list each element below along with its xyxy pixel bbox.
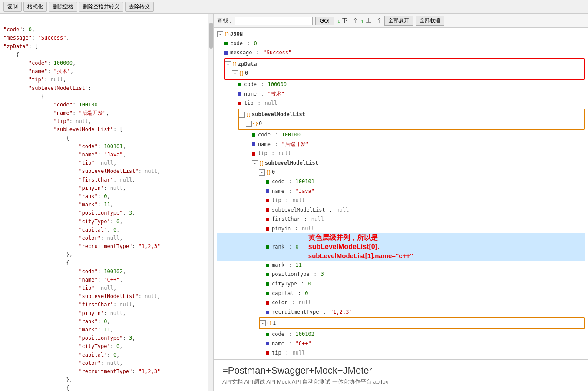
green-sq-icon [266, 292, 269, 295]
zpdata-0-toggle[interactable]: - [232, 70, 238, 76]
tree-node-java-name: name : "Java" [217, 187, 585, 196]
key-java-tip: tip [272, 196, 281, 205]
main-area: "code": 0, "message": "Success", "zpData… [0, 14, 588, 391]
key-java-sublevel: subLevelModelList [272, 205, 325, 215]
val-java-firstchar: null [311, 215, 324, 224]
key-inner-sublevel: subLevelModelList [265, 159, 318, 168]
val-java-name: "Java" [296, 187, 314, 196]
format-button[interactable]: 格式化 [23, 2, 47, 12]
green-sq-icon [238, 83, 241, 86]
inner-0-obj-icon: {} [266, 169, 271, 176]
tree-node-message: message : "Success" [217, 48, 585, 58]
val-cpp-code: 100102 [296, 330, 314, 339]
remove-spaces-escape-button[interactable]: 删除空格并转义 [79, 2, 123, 12]
tree-node-java-color: color : null [217, 298, 585, 308]
unescape-button[interactable]: 去除转义 [125, 2, 154, 12]
zpdata-highlight: - [] zpData - {} 0 [224, 58, 585, 80]
blue-sq-icon [266, 189, 269, 193]
key-sublevel-0: 0 [259, 119, 262, 129]
next-nav[interactable]: ↓ 下一个 [337, 17, 358, 24]
val-cpp-name: "C++" [296, 339, 311, 349]
green-sq-icon [266, 282, 269, 286]
blue-sq-icon [266, 342, 269, 345]
key-cpp-name: name [272, 339, 284, 349]
red-sq-icon [238, 102, 241, 105]
copy-button[interactable]: 复制 [3, 2, 22, 12]
sublevel-0-obj-icon: {} [253, 120, 258, 128]
key-sl-name: name [258, 140, 271, 149]
sublevel-toggle[interactable]: - [239, 112, 245, 118]
val-java-color: null [299, 298, 311, 308]
tree-node-cpp-tip: tip : null [217, 348, 585, 358]
tree-node-inner-sublevel: - [] subLevelModelList [217, 159, 585, 168]
val-java-citytype: 0 [308, 279, 311, 289]
red-sq-icon [266, 351, 269, 355]
key-sublevel: subLevelModelList [252, 110, 305, 119]
search-label: 查找: [217, 17, 232, 25]
key-inner-0: 0 [272, 168, 275, 177]
tree-node-java-tip: tip : null [217, 196, 585, 205]
expand-all-button[interactable]: 全部展开 [384, 16, 413, 26]
key-zpdata-0: 0 [245, 69, 248, 78]
tree-node-java-code: code : 100101 [217, 177, 585, 187]
val-sl-code: 100100 [282, 130, 301, 140]
sublevel-highlight: - [] subLevelModelList - {} 0 [238, 109, 585, 130]
green-sq-icon [266, 333, 269, 336]
red-sq-icon [266, 301, 269, 305]
tree-node-sublevel-0: - {} 0 [239, 119, 584, 129]
left-panel: "code": 0, "message": "Success", "zpData… [0, 14, 208, 391]
zpdata-toggle[interactable]: - [225, 61, 231, 67]
scroll-thumb[interactable] [209, 23, 213, 49]
val-code: 0 [254, 39, 257, 49]
collapse-all-button[interactable]: 全部收缩 [416, 16, 444, 26]
val-java-capital: 0 [305, 289, 308, 298]
remove-spaces-button[interactable]: 删除空格 [49, 2, 77, 12]
val-message: "Success" [263, 48, 291, 58]
toolbar: 复制 格式化 删除空格 删除空格并转义 去除转义 [0, 0, 588, 14]
zpdata-arr-icon: [] [232, 60, 237, 68]
key-java-citytype: cityType [272, 279, 297, 289]
root-toggle[interactable]: - [217, 31, 223, 37]
tree-node-sublevel: - [] subLevelModelList [239, 110, 584, 119]
red-sq-icon [266, 208, 269, 212]
inner-sublevel-toggle[interactable]: - [252, 160, 258, 166]
val-java-mark: 11 [296, 261, 302, 270]
green-sq-icon [266, 245, 269, 249]
tree-node-java-rank: rank : 0 黄色层级并列，所以是 subLevelModeList[0].… [217, 233, 585, 260]
bottom-subtitle: API文档 API调试 API Mock API 自动化测试 一体化协作平台 a… [222, 378, 579, 386]
val-java-postype: 3 [320, 270, 324, 279]
blue-sq-icon [266, 311, 269, 314]
key-java-firstchar: firstChar [272, 215, 300, 224]
tree-node-java-sublevel: subLevelModelList : null [217, 205, 585, 215]
go-button[interactable]: GO! [315, 17, 334, 25]
tree-node-code: code : 0 [217, 39, 585, 49]
key-zpdata-tip: tip [244, 99, 254, 108]
annotation-text: 黄色层级并列，所以是 subLevelModeList[0]. subLevel… [308, 233, 413, 260]
green-sq-icon [266, 180, 269, 184]
tree-node-sublevel-tip: tip : null [217, 149, 585, 159]
val-java-sublevel: null [337, 205, 349, 215]
tree-node-java-pinyin: pinyin : null [217, 224, 585, 234]
val-java-recruit: "1,2,3" [330, 308, 352, 317]
green-sq-icon [266, 273, 269, 276]
key-java-capital: capital [272, 289, 294, 298]
bottom-section: =Postman+Swagger+Mock+JMeter API文档 API调试… [214, 359, 588, 391]
inner-1-obj-icon: {} [267, 319, 272, 327]
red-sq-icon [266, 199, 269, 202]
arrow-up-icon: ↑ [360, 17, 364, 24]
left-scrollbar[interactable] [208, 14, 214, 391]
prev-nav[interactable]: ↑ 上一个 [360, 17, 381, 24]
tree-node-zpdata-0: - {} 0 [225, 69, 584, 78]
blue-sq-icon [252, 142, 255, 146]
key-sl-code: code [258, 130, 271, 140]
tree-node-java-capital: capital : 0 [217, 289, 585, 298]
tree-node-inner-0: - {} 0 [217, 168, 585, 177]
sublevel-0-toggle[interactable]: - [246, 121, 252, 127]
next-label: 下一个 [342, 17, 358, 24]
key-java-mark: mark [272, 261, 284, 270]
tree-node-java-recruit: recruitmentType : "1,2,3" [217, 308, 585, 317]
inner-0-toggle[interactable]: - [259, 169, 265, 176]
inner-1-toggle[interactable]: - [260, 320, 266, 326]
zpdata-0-obj-icon: {} [239, 70, 244, 77]
search-input[interactable] [235, 17, 313, 25]
